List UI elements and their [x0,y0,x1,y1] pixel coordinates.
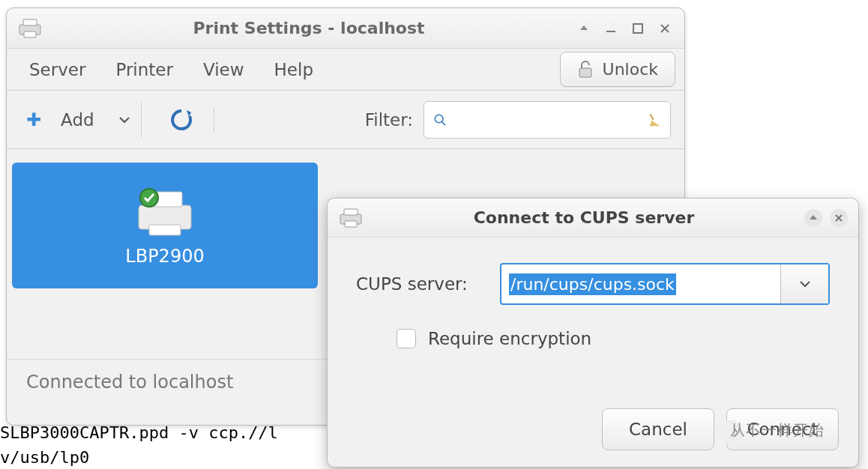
cups-server-input[interactable]: /run/cups/cups.sock [501,264,780,303]
printer-item-lbp2900[interactable]: LBP2900 [12,163,318,288]
search-icon [433,111,447,129]
status-text: Connected to localhost [26,372,233,393]
svg-rect-5 [579,68,591,77]
menubar: Server Printer View Help Unlock [7,49,684,91]
require-encryption-label: Require encryption [428,329,591,348]
titlebar-up-button[interactable] [575,19,593,37]
printer-icon [17,18,43,39]
printer-icon [338,208,364,229]
filter-input[interactable] [453,111,642,128]
menu-printer[interactable]: Printer [102,54,187,85]
terminal-line-1: SLBP3000CAPTR.ppd -v ccp.//l [0,423,278,442]
dialog-close-button[interactable] [830,209,848,227]
svg-point-6 [435,115,443,123]
add-label: Add [55,110,94,130]
terminal-line-2: v/usb/lp0 [0,448,89,467]
printer-icon [131,184,199,238]
cups-server-label: CUPS server: [356,274,483,294]
cancel-button[interactable]: Cancel [602,408,714,450]
chevron-down-icon [118,116,130,124]
watermark-logo [719,420,743,444]
menu-view[interactable]: View [190,54,258,85]
require-encryption-checkbox[interactable] [397,329,416,348]
add-printer-button[interactable]: ✚ Add [20,102,142,138]
toolbar: ✚ Add Filter: [7,91,684,149]
svg-rect-12 [344,209,358,215]
cups-server-dropdown-button[interactable] [780,264,828,303]
svg-rect-2 [24,31,36,37]
svg-rect-13 [345,221,357,227]
printer-name: LBP2900 [125,246,204,267]
menu-help[interactable]: Help [261,54,327,85]
dialog-titlebar: Connect to CUPS server [328,199,858,237]
unlock-button[interactable]: Unlock [560,52,675,87]
broom-icon[interactable] [648,110,661,130]
connect-cups-dialog: Connect to CUPS server CUPS server: /run… [327,198,859,468]
lock-open-icon [577,61,594,79]
svg-rect-4 [633,24,642,33]
plus-icon: ✚ [26,109,41,130]
svg-rect-3 [606,31,615,32]
titlebar: Print Settings - localhost [7,8,684,49]
dialog-up-button[interactable] [804,209,822,227]
close-button[interactable] [656,19,674,37]
dialog-title: Connect to CUPS server [371,208,797,227]
filter-label: Filter: [365,110,413,130]
refresh-button[interactable] [149,107,214,133]
filter-box [424,101,671,139]
svg-rect-1 [23,19,37,25]
refresh-icon [169,107,194,133]
minimize-button[interactable] [602,19,620,37]
maximize-button[interactable] [629,19,647,37]
chevron-down-icon [799,280,811,288]
menu-server[interactable]: Server [16,54,99,85]
connect-label: Connect [747,420,818,439]
cancel-label: Cancel [629,420,687,439]
connect-button[interactable]: Connect [726,408,839,450]
unlock-label: Unlock [603,60,658,79]
window-title: Print Settings - localhost [52,19,566,37]
svg-rect-9 [149,225,181,235]
cups-server-value: /run/cups/cups.sock [509,273,676,295]
cups-server-combobox[interactable]: /run/cups/cups.sock [500,263,830,305]
